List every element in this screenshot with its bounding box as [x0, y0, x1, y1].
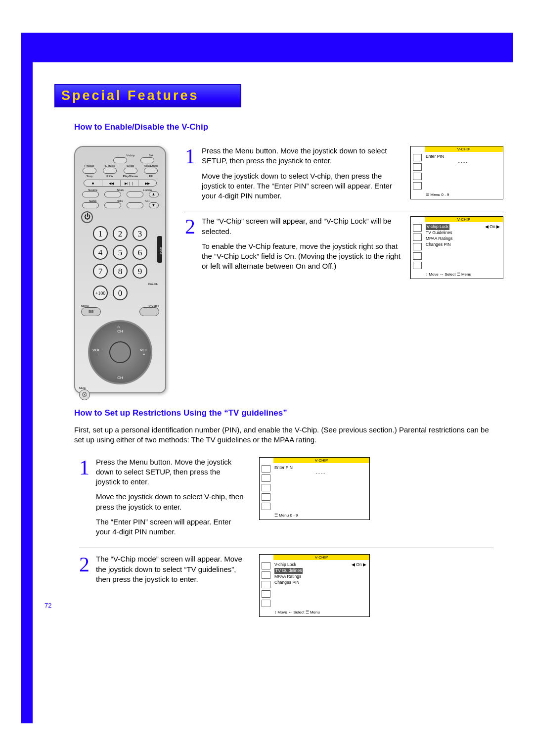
section-title: Special Features	[61, 88, 234, 103]
step-text: The “V-Chip mode” screen will appear. Mo…	[96, 554, 244, 584]
step-text: The “V-Chip” screen will appear, and “V-…	[202, 216, 406, 236]
step-text: The “Enter PIN” screen will appear. Ente…	[96, 517, 244, 537]
step-text: Move the joystick down to select V-chip,…	[202, 171, 406, 201]
osd-screenshot: V-CHIP V-chip Lock◀ On ▶ TV Guidelines M…	[410, 216, 503, 279]
osd-screenshot: V-CHIP V-chip Lock◀ On ▶ TV Guidelines M…	[259, 554, 370, 617]
step-number: 1	[185, 146, 198, 167]
section-header-bar: Special Features	[54, 84, 241, 107]
subheading-vchip-enable: How to Enable/Disable the V-Chip	[74, 122, 513, 132]
step-text: Move the joystick down to select V-chip,…	[96, 492, 244, 512]
step-text: To enable the V-Chip feature, move the j…	[202, 241, 406, 272]
s1-step-2: 2 The “V-Chip” screen will appear, and “…	[185, 216, 503, 284]
page-number: 72	[44, 602, 51, 609]
power-icon	[81, 211, 93, 223]
s2-step-2: 2 The “V-Chip mode” screen will appear. …	[79, 554, 493, 623]
step-number: 2	[185, 216, 198, 237]
step-text: Press the Menu button. Move the joystick…	[202, 146, 406, 166]
joystick-icon: ⌂CH CH VOL – VOL +	[88, 320, 152, 384]
step-number: 1	[79, 457, 91, 478]
s2-step-1: 1 Press the Menu button. Move the joysti…	[79, 457, 493, 549]
osd-screenshot: V-CHIP Enter PIN - - - - ☰ Menu 0 - 9	[259, 457, 370, 520]
remote-illustration: V-chip Set P.ModeS.Mode SleepAdd/Erase S…	[74, 146, 166, 393]
osd-screenshot: V-CHIP Enter PIN - - - - ☰ Menu 0 - 9	[410, 146, 503, 199]
step-text: Press the Menu button. Move the joystick…	[96, 457, 244, 487]
step-number: 2	[79, 554, 91, 575]
intro-paragraph: First, set up a personal identification …	[74, 425, 493, 445]
s1-step-1: 1 Press the Menu button. Move the joysti…	[185, 146, 503, 211]
subheading-tv-guidelines: How to Set up Restrictions Using the “TV…	[74, 408, 513, 418]
